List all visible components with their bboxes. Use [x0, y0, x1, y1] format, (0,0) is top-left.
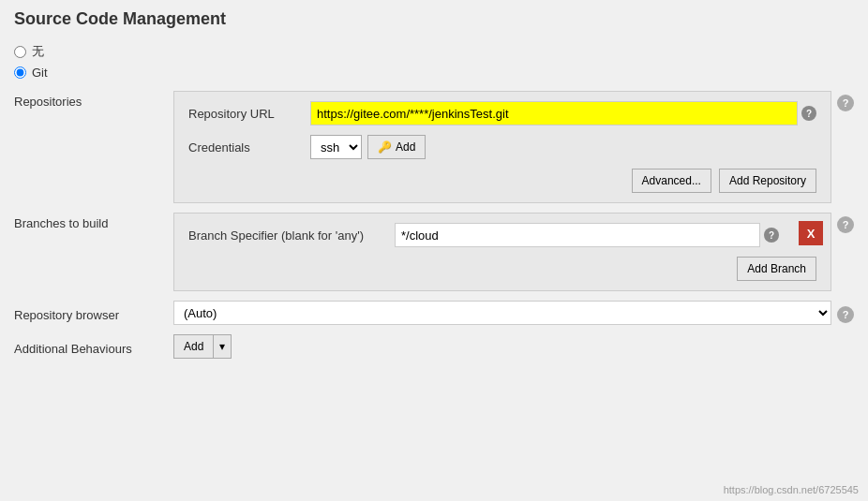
- repo-browser-section: Repository browser (Auto) ?: [14, 301, 854, 325]
- radio-git-label: Git: [32, 66, 48, 80]
- radio-git[interactable]: Git: [14, 66, 854, 80]
- repositories-help-icon[interactable]: ?: [837, 95, 854, 111]
- repo-url-input[interactable]: [310, 101, 798, 125]
- watermark: https://blog.csdn.net/6725545: [724, 484, 859, 495]
- repo-url-help-icon[interactable]: ?: [801, 106, 816, 121]
- delete-branch-button[interactable]: X: [799, 221, 823, 245]
- add-behaviour-button[interactable]: Add: [173, 334, 213, 359]
- repo-browser-select[interactable]: (Auto): [173, 301, 831, 325]
- branch-specifier-label: Branch Specifier (blank for 'any'): [188, 228, 395, 243]
- repositories-content: Repository URL ? Credentials ssh 🔑 Add: [173, 91, 831, 203]
- advanced-button[interactable]: Advanced...: [632, 169, 711, 193]
- repo-buttons-row: Advanced... Add Repository: [188, 169, 816, 193]
- credentials-row: Credentials ssh 🔑 Add: [188, 135, 816, 159]
- scm-radio-group: 无 Git: [14, 43, 854, 80]
- additional-behaviours-label: Additional Behaviours: [14, 338, 173, 356]
- repo-url-row: Repository URL ?: [188, 101, 816, 125]
- credentials-label: Credentials: [188, 140, 310, 155]
- radio-none[interactable]: 无: [14, 43, 854, 60]
- branches-help-icon[interactable]: ?: [837, 216, 854, 233]
- branches-section: Branches to build X Branch Specifier (bl…: [14, 213, 854, 291]
- repo-browser-help-icon[interactable]: ?: [837, 306, 854, 323]
- branches-content: X Branch Specifier (blank for 'any') ? A…: [173, 213, 831, 291]
- repo-url-label: Repository URL: [188, 107, 310, 121]
- repositories-section: Repositories Repository URL ? Credential…: [14, 91, 854, 203]
- add-branch-button[interactable]: Add Branch: [737, 257, 816, 281]
- branches-label: Branches to build: [14, 213, 173, 230]
- page-title: Source Code Management: [14, 9, 854, 29]
- repositories-label: Repositories: [14, 91, 173, 109]
- credentials-add-button[interactable]: 🔑 Add: [367, 135, 426, 159]
- credentials-select[interactable]: ssh: [310, 135, 362, 159]
- radio-none-label: 无: [32, 43, 44, 60]
- radio-git-input[interactable]: [14, 66, 26, 79]
- radio-none-input[interactable]: [14, 46, 26, 58]
- add-repository-button[interactable]: Add Repository: [719, 169, 816, 193]
- add-behaviour-caret[interactable]: ▾: [213, 334, 232, 359]
- credentials-add-label: Add: [396, 140, 415, 154]
- add-branch-row: Add Branch: [188, 257, 816, 281]
- additional-behaviours-section: Additional Behaviours Add ▾: [14, 334, 854, 359]
- credentials-controls: ssh 🔑 Add: [310, 135, 426, 159]
- key-icon: 🔑: [378, 140, 392, 154]
- branch-specifier-row: Branch Specifier (blank for 'any') ?: [188, 223, 779, 247]
- branch-specifier-help-icon[interactable]: ?: [764, 228, 779, 243]
- add-behaviour-dropdown: Add ▾: [173, 334, 232, 359]
- repo-browser-label: Repository browser: [14, 304, 173, 322]
- branch-specifier-input[interactable]: [395, 223, 760, 247]
